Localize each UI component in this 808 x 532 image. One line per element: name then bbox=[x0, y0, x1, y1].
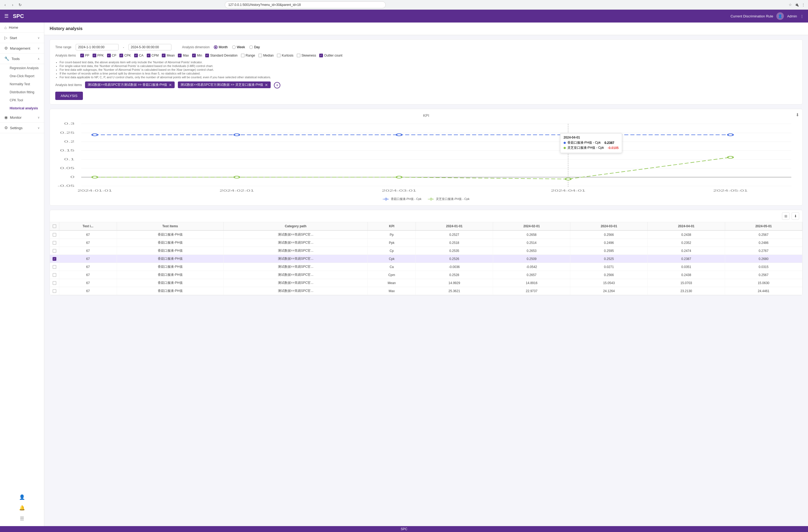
row-checkbox-cell[interactable] bbox=[50, 279, 59, 287]
cb-ppk[interactable]: ✓ PPK bbox=[93, 54, 104, 57]
legend-item-2: 灵芝皇口服液-PH值 - Cpk bbox=[428, 197, 470, 201]
row-checkbox-cell[interactable]: ✓ bbox=[50, 255, 59, 263]
row-checkbox[interactable] bbox=[53, 273, 56, 277]
sidebar-item-management[interactable]: ⚙ Management ∨ bbox=[0, 43, 44, 54]
cb-cpk[interactable]: ✓ CPK bbox=[120, 54, 131, 57]
url-bar[interactable] bbox=[225, 1, 386, 8]
row-checkbox[interactable] bbox=[53, 281, 56, 285]
download-icon[interactable]: ⬇ bbox=[796, 112, 799, 117]
ca-checkbox[interactable]: ✓ bbox=[134, 54, 138, 57]
sidebar-item-normality[interactable]: Normality Test bbox=[0, 80, 44, 88]
row-checkbox-cell[interactable] bbox=[50, 230, 59, 239]
ppk-checkbox[interactable]: ✓ bbox=[93, 54, 96, 57]
analysis-button[interactable]: ANALYSIS bbox=[55, 92, 83, 100]
bookmark-icon[interactable]: ☆ bbox=[788, 2, 793, 7]
row-checkbox[interactable] bbox=[53, 249, 56, 253]
row-checkbox-cell[interactable] bbox=[50, 287, 59, 295]
test-tag-1[interactable]: 测试数据>>简易SPC官方测试数据 >> 香菇口服液-PH值 ✕ bbox=[85, 81, 175, 88]
sd-label: Standard Deviation bbox=[210, 54, 237, 57]
sidebar-item-distribution[interactable]: Distribution fitting bbox=[0, 88, 44, 96]
dimension-month[interactable]: Month bbox=[214, 45, 227, 49]
week-radio[interactable] bbox=[232, 45, 236, 49]
month-radio[interactable] bbox=[214, 45, 218, 49]
select-all-checkbox[interactable] bbox=[53, 224, 56, 228]
dimension-day[interactable]: Day bbox=[249, 45, 260, 49]
forward-button[interactable]: › bbox=[10, 2, 16, 8]
refresh-button[interactable]: ↻ bbox=[17, 2, 23, 8]
table-row: ✓ 67 香菇口服液-PH值 测试数据>>简易SPC官... Cpk 0.252… bbox=[50, 255, 802, 263]
content-area: Time range - Analysis dimension Month We… bbox=[44, 35, 808, 300]
range-checkbox[interactable] bbox=[241, 54, 245, 57]
sidebar-regression-label: Regression Analysis bbox=[10, 66, 39, 70]
cb-ca[interactable]: ✓ CA bbox=[134, 54, 144, 57]
min-checkbox[interactable]: ✓ bbox=[192, 54, 196, 57]
max-checkbox[interactable]: ✓ bbox=[178, 54, 182, 57]
row-checkbox[interactable] bbox=[53, 241, 56, 245]
cb-max[interactable]: ✓ Max bbox=[178, 54, 189, 57]
sidebar-user-icon[interactable]: 👤 bbox=[0, 492, 44, 502]
cb-cp[interactable]: ✓ CP bbox=[107, 54, 116, 57]
cb-skewness[interactable]: Skewness bbox=[297, 54, 316, 57]
cpk-checkbox[interactable]: ✓ bbox=[120, 54, 123, 57]
cb-pp[interactable]: ✓ PP bbox=[80, 54, 89, 57]
sidebar-item-start[interactable]: ▷ Start ∨ bbox=[0, 33, 44, 43]
admin-menu[interactable]: ⋮ bbox=[800, 14, 804, 18]
back-button[interactable]: ‹ bbox=[2, 2, 8, 8]
time-end-input[interactable] bbox=[128, 44, 171, 51]
cb-sd[interactable]: ✓ Standard Deviation bbox=[205, 54, 237, 57]
sidebar-item-home[interactable]: ⌂ Home bbox=[0, 22, 44, 33]
day-radio[interactable] bbox=[249, 45, 253, 49]
user-avatar[interactable]: 👤 bbox=[776, 12, 784, 20]
kurtosis-checkbox[interactable] bbox=[277, 54, 281, 57]
test-tag-1-close[interactable]: ✕ bbox=[169, 83, 172, 87]
cb-range[interactable]: Range bbox=[241, 54, 255, 57]
cb-outlier[interactable]: ✓ Outlier count bbox=[319, 54, 342, 57]
row-checkbox[interactable] bbox=[53, 265, 56, 269]
extension-icon[interactable]: 🔌 bbox=[794, 2, 800, 7]
sidebar-item-one-click[interactable]: One-Click Report bbox=[0, 72, 44, 80]
cb-cpm[interactable]: ✓ CPM bbox=[147, 54, 159, 57]
cp-checkbox[interactable]: ✓ bbox=[107, 54, 111, 57]
cpm-checkbox[interactable]: ✓ bbox=[147, 54, 150, 57]
row-checkbox-cell[interactable] bbox=[50, 263, 59, 271]
cb-kurtosis[interactable]: Kurtosis bbox=[277, 54, 293, 57]
dimension-week[interactable]: Week bbox=[232, 45, 245, 49]
pp-checkbox[interactable]: ✓ bbox=[80, 54, 84, 57]
cb-mean[interactable]: ✓ Mean bbox=[162, 54, 175, 57]
cb-median[interactable]: Median bbox=[258, 54, 274, 57]
sidebar-item-regression[interactable]: Regression Analysis bbox=[0, 64, 44, 72]
test-tag-2[interactable]: 测试数据>>简易SPC官方测试数据 >> 灵芝皇口服液-PH值 ✕ bbox=[178, 81, 271, 88]
row-checkbox[interactable] bbox=[53, 289, 56, 293]
sidebar-item-tools[interactable]: 🔧 Tools ∧ bbox=[0, 54, 44, 64]
grid-view-button[interactable]: ⊞ bbox=[782, 212, 789, 220]
row-checkbox-cell[interactable] bbox=[50, 247, 59, 255]
mean-checkbox[interactable]: ✓ bbox=[162, 54, 166, 57]
cb-min[interactable]: ✓ Min bbox=[192, 54, 202, 57]
menu-icon[interactable]: ⋮ bbox=[801, 2, 806, 7]
cell-v1: 0.2518 bbox=[416, 239, 493, 247]
sidebar-item-cpktool[interactable]: CPK Tool bbox=[0, 96, 44, 104]
sidebar-alert-icon[interactable]: 🔔 bbox=[0, 502, 44, 513]
sidebar-list-icon[interactable]: ☰ bbox=[0, 513, 44, 524]
row-checkbox[interactable] bbox=[53, 233, 56, 237]
start-icon: ▷ bbox=[4, 35, 7, 40]
sidebar-item-monitor[interactable]: ◉ Monitor ∨ bbox=[0, 112, 44, 123]
row-checkbox[interactable]: ✓ bbox=[53, 257, 56, 261]
add-test-item-button[interactable]: + bbox=[274, 82, 280, 89]
row-checkbox-cell[interactable] bbox=[50, 239, 59, 247]
outlier-checkbox[interactable]: ✓ bbox=[319, 54, 323, 57]
sidebar-item-settings[interactable]: ⚙ Settings ∨ bbox=[0, 123, 44, 133]
cell-test-item: 香菇口服液-PH值 bbox=[117, 263, 223, 271]
test-tag-2-close[interactable]: ✕ bbox=[265, 83, 268, 87]
skewness-checkbox[interactable] bbox=[297, 54, 300, 57]
header-select-all[interactable] bbox=[50, 222, 59, 230]
hamburger-menu[interactable]: ☰ bbox=[4, 13, 8, 19]
data-table: Test i... Test items Category path KPI 2… bbox=[50, 222, 802, 295]
cell-v4: 0.2474 bbox=[647, 247, 725, 255]
sidebar-item-historical[interactable]: Historical analysis bbox=[0, 104, 44, 112]
median-checkbox[interactable] bbox=[258, 54, 262, 57]
time-start-input[interactable] bbox=[76, 44, 118, 51]
row-checkbox-cell[interactable] bbox=[50, 271, 59, 279]
export-button[interactable]: ⬇ bbox=[792, 212, 799, 220]
sd-checkbox[interactable]: ✓ bbox=[205, 54, 209, 57]
